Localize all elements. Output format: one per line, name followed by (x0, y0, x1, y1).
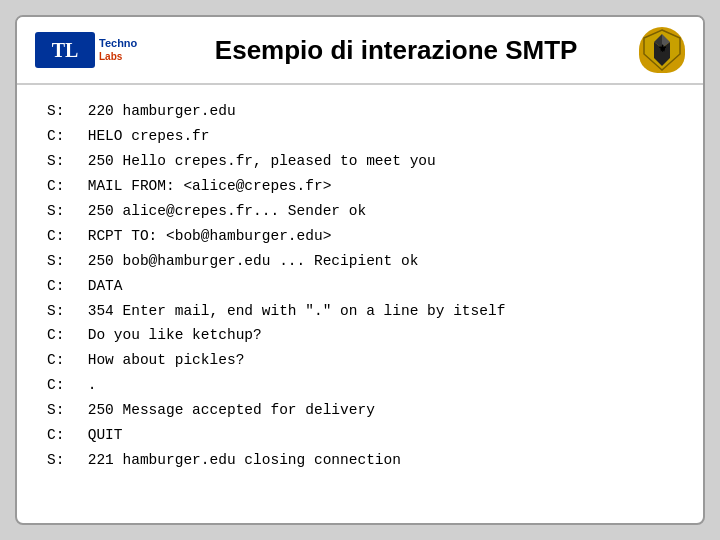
smtp-row: S: 220 hamburger.edu (47, 99, 673, 124)
smtp-row: C: MAIL FROM: <alice@crepes.fr> (47, 174, 673, 199)
logo-text: TechnoLabs (99, 37, 137, 62)
smtp-message: 250 Hello crepes.fr, pleased to meet you (79, 149, 436, 174)
smtp-row: C: QUIT (47, 423, 673, 448)
smtp-role: C: (47, 224, 79, 249)
smtp-message: RCPT TO: <bob@hamburger.edu> (79, 224, 331, 249)
smtp-message: DATA (79, 274, 123, 299)
smtp-message: MAIL FROM: <alice@crepes.fr> (79, 174, 331, 199)
svg-text:⚜: ⚜ (658, 43, 667, 54)
smtp-role: S: (47, 199, 79, 224)
logo-area: TL TechnoLabs (35, 32, 137, 68)
smtp-row: S: 250 Hello crepes.fr, pleased to meet … (47, 149, 673, 174)
smtp-message: How about pickles? (79, 348, 244, 373)
smtp-row: S: 250 bob@hamburger.edu ... Recipient o… (47, 249, 673, 274)
smtp-row: C: HELO crepes.fr (47, 124, 673, 149)
smtp-role: S: (47, 398, 79, 423)
logo-icon: TL (52, 39, 79, 62)
smtp-message: 250 Message accepted for delivery (79, 398, 375, 423)
smtp-role: C: (47, 124, 79, 149)
slide-content: S: 220 hamburger.eduC: HELO crepes.frS: … (17, 85, 703, 523)
smtp-message: 221 hamburger.edu closing connection (79, 448, 401, 473)
smtp-message: 354 Enter mail, end with "." on a line b… (79, 299, 505, 324)
smtp-row: C: DATA (47, 274, 673, 299)
slide: TL TechnoLabs Esempio di interazione SMT… (15, 15, 705, 525)
smtp-row: C: RCPT TO: <bob@hamburger.edu> (47, 224, 673, 249)
smtp-message: QUIT (79, 423, 123, 448)
logo-box: TL (35, 32, 95, 68)
smtp-row: C: How about pickles? (47, 348, 673, 373)
crest-icon: ⚜ (639, 27, 685, 73)
smtp-role: C: (47, 423, 79, 448)
smtp-message: Do you like ketchup? (79, 323, 262, 348)
smtp-role: S: (47, 299, 79, 324)
smtp-message: 250 alice@crepes.fr... Sender ok (79, 199, 366, 224)
smtp-role: C: (47, 348, 79, 373)
smtp-row: S: 221 hamburger.edu closing connection (47, 448, 673, 473)
smtp-row: C: Do you like ketchup? (47, 323, 673, 348)
smtp-role: C: (47, 174, 79, 199)
smtp-row: S: 250 Message accepted for delivery (47, 398, 673, 423)
smtp-message: 250 bob@hamburger.edu ... Recipient ok (79, 249, 418, 274)
smtp-role: S: (47, 99, 79, 124)
smtp-conversation: S: 220 hamburger.eduC: HELO crepes.frS: … (47, 99, 673, 473)
smtp-row: C: . (47, 373, 673, 398)
slide-title: Esempio di interazione SMTP (153, 35, 639, 66)
smtp-role: S: (47, 249, 79, 274)
slide-header: TL TechnoLabs Esempio di interazione SMT… (17, 17, 703, 85)
smtp-role: S: (47, 448, 79, 473)
smtp-role: C: (47, 274, 79, 299)
smtp-message: . (79, 373, 96, 398)
smtp-row: S: 354 Enter mail, end with "." on a lin… (47, 299, 673, 324)
smtp-role: C: (47, 373, 79, 398)
smtp-row: S: 250 alice@crepes.fr... Sender ok (47, 199, 673, 224)
smtp-role: S: (47, 149, 79, 174)
smtp-role: C: (47, 323, 79, 348)
smtp-message: HELO crepes.fr (79, 124, 210, 149)
smtp-message: 220 hamburger.edu (79, 99, 236, 124)
logo-subtext: Labs (99, 51, 137, 63)
